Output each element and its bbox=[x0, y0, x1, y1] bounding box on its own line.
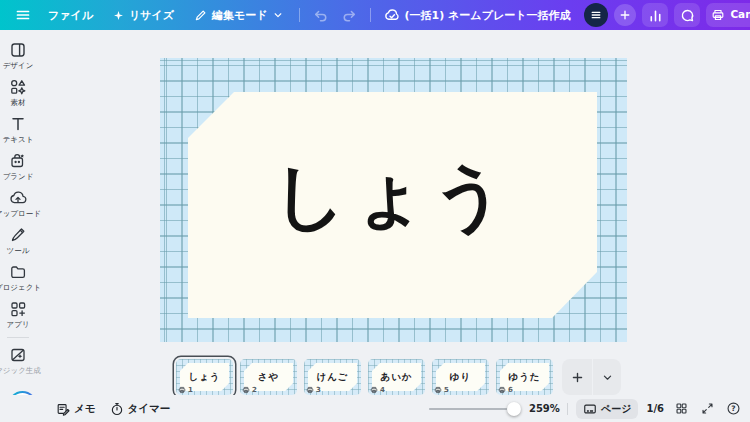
page-thumbnails: しょう 1 さや 2 けんご 3 あいか 4 ゆり bbox=[176, 359, 621, 395]
sidebar-item-design[interactable]: デザイン bbox=[0, 37, 36, 74]
bulk-list-button[interactable] bbox=[584, 3, 608, 27]
folder-icon bbox=[9, 263, 27, 281]
chevron-down-icon bbox=[602, 372, 613, 383]
apps-grid-icon bbox=[9, 300, 27, 318]
notes-icon bbox=[56, 402, 70, 416]
undo-button[interactable] bbox=[308, 4, 333, 26]
resize-button[interactable]: リサイズ bbox=[105, 4, 182, 26]
main-menu-button[interactable] bbox=[10, 4, 36, 26]
elements-icon bbox=[9, 78, 27, 96]
expand-icon bbox=[701, 402, 714, 415]
thumbnail-name: あいか bbox=[380, 371, 412, 384]
pages-view-toggle[interactable]: ページ bbox=[576, 399, 638, 419]
sidebar-item-apps[interactable]: アプリ bbox=[0, 296, 36, 333]
printer-icon bbox=[306, 386, 314, 394]
help-icon: ? bbox=[726, 401, 741, 416]
edit-mode-button[interactable]: 編集モード bbox=[186, 4, 291, 26]
sidebar-item-elements[interactable]: 素材 bbox=[0, 74, 36, 111]
name-text-element[interactable]: しょう bbox=[273, 149, 512, 245]
design-page[interactable]: しょう bbox=[160, 58, 627, 342]
thumbnail-number: 5 bbox=[444, 386, 449, 394]
thumbnail-meta: 3 bbox=[306, 386, 321, 394]
edit-mode-label: 編集モード bbox=[212, 8, 268, 23]
pen-tool-icon bbox=[9, 226, 27, 244]
thumbnail-name: ゆうた bbox=[508, 371, 540, 384]
sidebar-label: 素材 bbox=[11, 98, 26, 108]
cloud-save-status[interactable] bbox=[379, 4, 405, 26]
timer-icon bbox=[110, 402, 124, 416]
thumbnail-number: 2 bbox=[252, 386, 257, 394]
printer-icon bbox=[178, 386, 186, 394]
print-button[interactable]: Canvaで印刷 bbox=[706, 3, 750, 27]
sidebar-divider bbox=[7, 337, 29, 338]
thumbnail-number: 6 bbox=[508, 386, 513, 394]
thumbnail-number: 1 bbox=[188, 386, 193, 394]
sidebar-label: ツール bbox=[7, 246, 30, 256]
sidebar-item-uploads[interactable]: アップロード bbox=[0, 185, 36, 222]
thumbnail-meta: 4 bbox=[370, 386, 385, 394]
insights-button[interactable] bbox=[642, 3, 668, 27]
sidebar-item-tools[interactable]: ツール bbox=[0, 222, 36, 259]
file-menu-button[interactable]: ファイル bbox=[40, 4, 101, 26]
redo-icon bbox=[342, 8, 357, 23]
hamburger-icon bbox=[15, 7, 31, 23]
document-title[interactable]: (一括1) ネームプレート一括作成 bbox=[405, 8, 571, 23]
plus-icon bbox=[571, 371, 584, 384]
zoom-slider[interactable] bbox=[429, 402, 521, 416]
page-thumbnail[interactable]: ゆうた 6 bbox=[496, 359, 553, 395]
sidebar-item-magic-generate[interactable]: マジック生成 bbox=[0, 342, 36, 379]
thumbnail-meta: 5 bbox=[434, 386, 449, 394]
fullscreen-button[interactable] bbox=[698, 400, 716, 418]
printer-icon bbox=[370, 386, 378, 394]
page-thumbnail[interactable]: けんご 3 bbox=[304, 359, 361, 395]
add-page-button[interactable] bbox=[562, 359, 592, 395]
sidebar-item-projects[interactable]: プロジェクト bbox=[0, 259, 36, 296]
sidebar-label: アプリ bbox=[6, 320, 29, 330]
list-icon bbox=[590, 9, 602, 21]
comments-button[interactable] bbox=[674, 3, 700, 27]
thumbnail-meta: 2 bbox=[242, 386, 257, 394]
svg-text:?: ? bbox=[731, 404, 735, 413]
sidebar-label: マジック生成 bbox=[0, 366, 41, 376]
thumbnail-number: 3 bbox=[316, 386, 321, 394]
thumbnail-name: ゆり bbox=[450, 371, 471, 384]
thumbnail-meta: 6 bbox=[498, 386, 513, 394]
help-button[interactable]: ? bbox=[724, 400, 742, 418]
page-actions bbox=[562, 359, 621, 395]
page-thumbnail[interactable]: しょう 1 bbox=[176, 359, 233, 395]
sidebar-label: プロジェクト bbox=[0, 283, 41, 293]
printer-icon bbox=[434, 386, 442, 394]
sidebar-item-text[interactable]: テキスト bbox=[0, 111, 36, 148]
add-collaborator-button[interactable] bbox=[614, 4, 636, 26]
resize-label: リサイズ bbox=[129, 8, 174, 23]
grid-view-icon bbox=[675, 402, 688, 415]
notes-button[interactable]: メモ bbox=[56, 402, 96, 416]
comment-bubble-icon bbox=[680, 8, 695, 23]
sidebar: デザイン 素材 テキスト ブランド アップロード ツール プロジェクト アプリ … bbox=[0, 30, 36, 395]
page-thumbnail[interactable]: ゆり 5 bbox=[432, 359, 489, 395]
magic-sparkle-icon bbox=[113, 10, 124, 21]
timer-button[interactable]: タイマー bbox=[110, 402, 171, 416]
pages-toggle-label: ページ bbox=[601, 402, 631, 416]
name-card-shape[interactable]: しょう bbox=[188, 92, 597, 318]
sidebar-item-brand[interactable]: ブランド bbox=[0, 148, 36, 185]
notes-label: メモ bbox=[74, 402, 96, 416]
brand-icon bbox=[9, 152, 27, 170]
page-thumbnail[interactable]: あいか 4 bbox=[368, 359, 425, 395]
plus-icon bbox=[619, 9, 631, 21]
toolbar-divider bbox=[370, 8, 371, 22]
redo-button[interactable] bbox=[337, 4, 362, 26]
chevron-down-icon bbox=[273, 10, 283, 20]
sidebar-label: ブランド bbox=[3, 172, 34, 182]
thumbnail-name: けんご bbox=[316, 371, 348, 384]
bottom-bar: メモ タイマー 259% ページ 1/6 ? bbox=[0, 395, 750, 422]
more-pages-button[interactable] bbox=[593, 359, 621, 395]
page-indicator: 1/6 bbox=[646, 403, 664, 414]
page-thumbnail[interactable]: さや 2 bbox=[240, 359, 297, 395]
grid-view-button[interactable] bbox=[672, 400, 690, 418]
thumbnail-meta: 1 bbox=[178, 386, 193, 394]
zoom-slider-handle[interactable] bbox=[507, 402, 521, 416]
bar-chart-icon bbox=[648, 8, 663, 23]
workspace: しょう bbox=[36, 30, 750, 395]
zoom-level[interactable]: 259% bbox=[529, 403, 559, 414]
